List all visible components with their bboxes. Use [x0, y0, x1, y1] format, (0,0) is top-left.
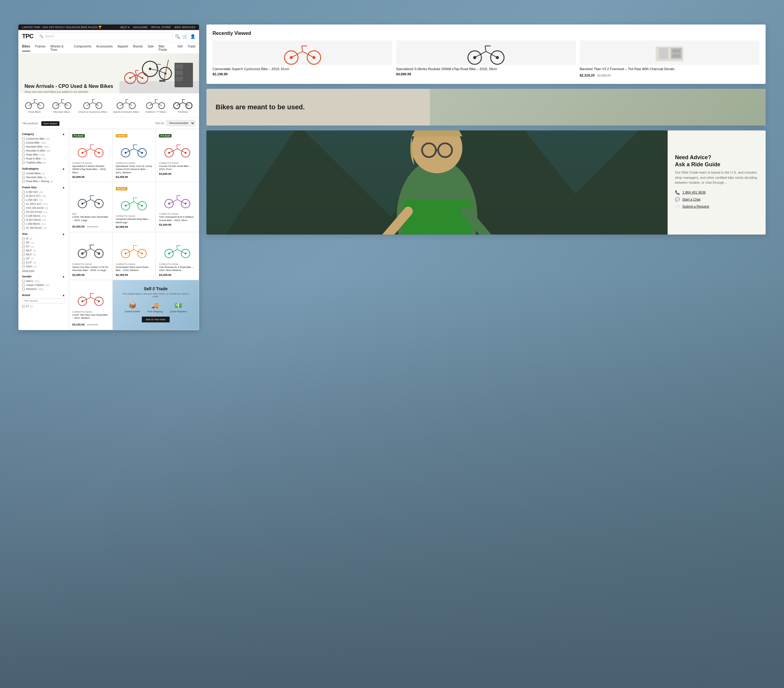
rv-card-3[interactable]: Banshee Titan V3.2 Frameset – Tint Raw W… [580, 40, 759, 78]
save-search-button[interactable]: Save Search [41, 121, 60, 126]
nav-accessories[interactable]: Accessories [96, 45, 113, 51]
cat-triathlon-bikes[interactable]: Triathlon / TT Bikes [145, 97, 166, 113]
nav-frames[interactable]: Frames [35, 45, 46, 51]
filter-s-frame[interactable]: S (50'-54') (32) [22, 191, 65, 194]
product-img-8 [116, 240, 153, 261]
cat-fat-bikes[interactable]: Fat Bikes [172, 97, 194, 113]
filter-triathlon[interactable]: Triathlon Bike (8) [22, 161, 65, 164]
filter-l2-frame[interactable]: L (58-58cm) (21) [22, 222, 65, 225]
filter-mountain-bike-sub[interactable]: Mountain Bike (8) [22, 176, 65, 179]
filter-size-21-5[interactable]: 21.5" (1) [22, 261, 65, 264]
nav-bikes[interactable]: Bikes [22, 45, 30, 51]
filter-xs-frame[interactable]: XS (43-47cm) (14) [22, 210, 65, 213]
retail-store-link[interactable]: RETAIL STORE [151, 26, 171, 29]
filter-size-58-5b[interactable]: 58.5" (3) [22, 253, 65, 256]
filter-cyclocross[interactable]: Cyclocross Bike (44) [22, 137, 65, 140]
filter-m-frame[interactable]: M (54.5'-57') (30) [22, 194, 65, 198]
svg-point-129 [168, 253, 170, 254]
filter-size-m[interactable]: M (1) [22, 237, 65, 240]
nav-components[interactable]: Components [74, 45, 91, 51]
filter-womens[interactable]: Women's (159) [22, 288, 65, 291]
filter-mountain-ebike[interactable]: Mountain E-Bike (45) [22, 149, 65, 152]
nav-apparel[interactable]: Apparel [118, 45, 128, 51]
nav-brands[interactable]: Brands [133, 45, 143, 51]
rv-card-2[interactable]: Specialized S-Works Roubaix SRAM eTap Ro… [396, 40, 576, 78]
account-icon[interactable]: 👤 [190, 34, 195, 39]
nav-sale[interactable]: Sale [148, 45, 154, 51]
magazine-link[interactable]: MAGAZINE [133, 26, 148, 29]
svg-line-143 [301, 46, 303, 51]
cat-hybrid-bikes-label: Hybrid-Commuter Bikes [113, 110, 139, 113]
product-card-2[interactable]: Hot Item [112, 129, 156, 182]
filter-size-44cm[interactable]: 44cm (1) [22, 265, 65, 268]
nav-wheels-tires[interactable]: Wheels & Tires [51, 45, 69, 51]
svg-line-19 [135, 71, 136, 75]
product-name-1: Specialized S-Works Roubaix SRAM eTap Ro… [72, 165, 109, 174]
filter-mountain[interactable]: Mountain Bike (380) [22, 145, 65, 148]
help-link[interactable]: HELP ▾ [120, 26, 130, 29]
filter-mens[interactable]: Men's (792) [22, 280, 65, 283]
frame-size-collapse-icon[interactable]: ▲ [62, 186, 65, 189]
cart-icon[interactable]: 🛒 [183, 34, 188, 39]
request-contact[interactable]: ✉️ Submit a Request [675, 204, 758, 209]
search-bar[interactable]: 🔍 Search [36, 33, 173, 40]
product-card-8[interactable]: Certified Pre-Owned Scott Addict Team Is… [112, 232, 156, 280]
filter-size-60[interactable]: 60" (1) [22, 241, 65, 244]
filter-s2-frame[interactable]: S (48-50cm) (34) [22, 214, 65, 217]
phone-number[interactable]: 1 866 401 9636 [682, 191, 706, 194]
cat-gravel-bikes[interactable]: Gravel & Cyclocross Bikes [78, 97, 107, 113]
bike-services-link[interactable]: BIKE SERVICES [175, 26, 195, 29]
filter-l-frame[interactable]: L (58'-59') (76) [22, 198, 65, 201]
submit-request-link[interactable]: Submit a Request [682, 204, 709, 208]
nav-trade[interactable]: Trade [188, 45, 195, 51]
show-more-size[interactable]: Show more [22, 269, 34, 272]
filter-size-20[interactable]: 20" (1) [22, 257, 65, 260]
filter-m2-frame[interactable]: M (52-56cm) (31) [22, 218, 65, 221]
subcategory-collapse-icon[interactable]: ▲ [62, 167, 65, 170]
svg-line-63 [90, 145, 91, 149]
cat-road-bikes[interactable]: Road Bikes [24, 97, 45, 113]
svg-rect-156 [659, 48, 668, 59]
filter-road-ebike[interactable]: Road E-Bike (77) [22, 157, 65, 160]
product-card-1[interactable]: Pro Build [69, 129, 112, 182]
logo[interactable]: TPC [22, 33, 33, 40]
sort-select[interactable]: Recommended Price Low-High Price High-Lo… [166, 120, 195, 126]
filter-xl2-frame[interactable]: XL (59-63cm) (79) [22, 226, 65, 229]
product-card-3[interactable]: Pro Build [156, 129, 199, 182]
product-card-6[interactable]: Certified Pre-Owned Trek Checkpoint ALR … [156, 182, 199, 232]
cat-mountain-bikes[interactable]: Mountain Bikes [51, 97, 72, 113]
filter-road[interactable]: Road Bike (149) [22, 153, 65, 156]
product-card-7[interactable]: Certified Pre-Owned Santa Cruz Blur Carb… [69, 232, 112, 280]
gender-collapse-icon[interactable]: ▲ [62, 275, 65, 278]
cat-hybrid-bikes[interactable]: Hybrid-Commuter Bikes [113, 97, 139, 113]
product-card-4[interactable]: New LOOK 795 Blade Disc Road Bike – 2022… [69, 182, 112, 232]
product-card-last[interactable]: Certified Pre-Owned LOOK 785 Huez Disc R… [69, 280, 112, 330]
product-card-9[interactable]: Certified Pre-Owned Trek Émonda SL 5 Roa… [156, 232, 199, 280]
filter-brand-27[interactable]: 27 (1) [22, 304, 65, 308]
brand-filter-search[interactable] [22, 298, 65, 303]
chat-contact[interactable]: 💬 Start a Chat [675, 197, 758, 202]
product-card-5[interactable]: Hot Item [112, 182, 156, 232]
filter-size-58-5a[interactable]: 58.5" (2) [22, 249, 65, 252]
search-icon-header[interactable]: 🔍 [175, 34, 180, 39]
filter-road-racing[interactable]: Road Bike = Racing (1) [22, 180, 65, 183]
filter-size-57[interactable]: 57" (1) [22, 245, 65, 248]
start-chat-link[interactable]: Start a Chat [682, 198, 700, 201]
category-collapse-icon[interactable]: ▲ [62, 133, 65, 136]
chat-icon: 💬 [675, 197, 680, 202]
nav-bike-finder[interactable]: Bike Finder [159, 45, 173, 51]
free-shipping-icon: 🚚 [151, 301, 159, 309]
phone-contact[interactable]: 📞 1 866 401 9636 [675, 190, 758, 195]
filter-gravel[interactable]: Gravel Bike (345) [22, 141, 65, 144]
product-img-5 [116, 192, 153, 213]
filter-xl-frame[interactable]: XL (59.5'-61') (147) [22, 202, 65, 206]
brand-collapse-icon[interactable]: ▲ [62, 294, 65, 297]
nav-sell[interactable]: Sell [178, 45, 183, 51]
sell-gear-button[interactable]: Sell Us Your Gear [142, 317, 170, 323]
filter-unisex[interactable]: Unisex Children (37) [22, 283, 65, 286]
size-collapse-icon[interactable]: ▲ [62, 232, 65, 235]
ride-guide-image [206, 130, 668, 235]
rv-card-1[interactable]: Cannondale SuperX Cyclocross Bike – 2019… [212, 40, 392, 78]
filter-gravel-bikes[interactable]: Gravel Bikes (3) [22, 172, 65, 175]
filter-xxs-frame[interactable]: XXS (38-42cm) (8) [22, 206, 65, 209]
